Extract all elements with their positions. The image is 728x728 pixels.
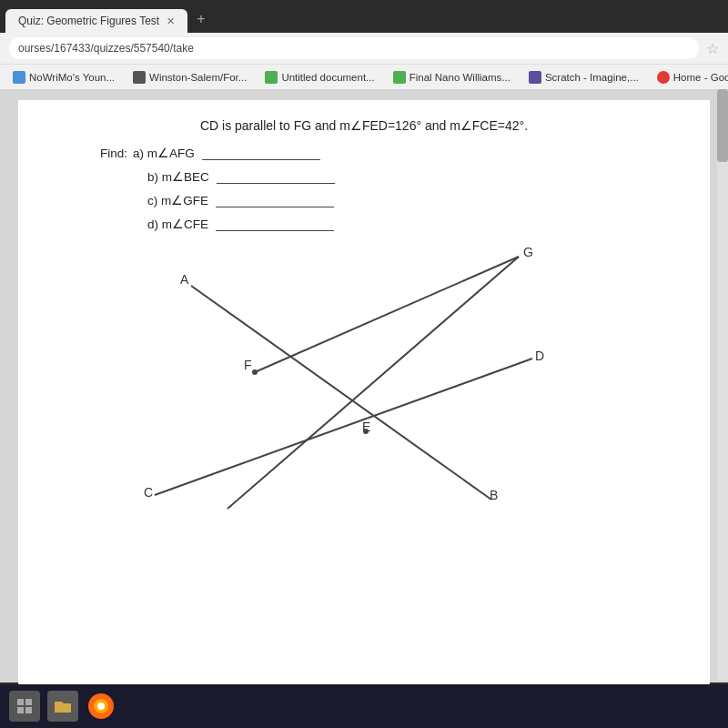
bookmark-scratch[interactable]: Scratch - Imagine,...: [521, 69, 646, 86]
scrollbar[interactable]: [717, 89, 728, 681]
label-C: C: [144, 485, 153, 500]
label-F: F: [244, 358, 252, 372]
answer-line-a: [202, 146, 320, 160]
answer-line-d: [216, 217, 334, 231]
answer-line-c: [216, 193, 334, 207]
bookmark-icon-home: [657, 71, 670, 84]
svg-line-0: [191, 286, 491, 500]
tab-bar: Quiz: Geometric Figures Test ✕ +: [0, 0, 728, 33]
svg-rect-7: [25, 707, 32, 713]
bookmark-icon-final: [393, 71, 406, 84]
part-a-label: a) m∠AFG: [133, 146, 195, 160]
problem-description: CD is parallel to FG and m∠FED=126° and …: [46, 118, 682, 133]
address-bar: ourses/167433/quizzes/557540/take ☆: [0, 33, 728, 64]
part-c-label: c) m∠GFE: [147, 193, 208, 207]
page-content: CD is parallel to FG and m∠FED=126° and …: [18, 100, 710, 692]
url-text: ourses/167433/quizzes/557540/take: [18, 42, 194, 55]
bookmark-label-scratch: Scratch - Imagine,...: [545, 72, 639, 83]
bookmark-home[interactable]: Home - Google Pla...: [650, 69, 728, 86]
taskbar-firefox-icon[interactable]: [86, 691, 116, 722]
answer-line-b: [217, 169, 335, 184]
find-row-c: c) m∠GFE: [100, 193, 682, 207]
svg-point-10: [97, 703, 105, 710]
point-E: [363, 429, 369, 434]
svg-line-1: [155, 359, 532, 495]
label-G: G: [523, 245, 533, 259]
diagram-container: G A D F E C B: [46, 240, 682, 531]
bookmark-label-winston: Winston-Salem/For...: [149, 72, 247, 83]
bookmark-icon-nowrimo: [13, 71, 25, 84]
bookmark-icon-untitled: [265, 71, 278, 84]
tab-title: Quiz: Geometric Figures Test: [18, 15, 159, 27]
svg-rect-6: [17, 707, 24, 713]
tab-close-button[interactable]: ✕: [167, 15, 175, 27]
bookmark-label-home: Home - Google Pla...: [673, 72, 728, 83]
new-tab-button[interactable]: +: [187, 5, 214, 33]
label-A: A: [180, 272, 189, 287]
find-section: Find: a) m∠AFG b) m∠BEC c) m∠GFE d) m∠CF…: [100, 146, 682, 231]
svg-rect-5: [25, 699, 32, 705]
bookmark-icon-winston: [133, 71, 146, 84]
find-row-a: Find: a) m∠AFG: [100, 146, 682, 160]
svg-rect-4: [17, 699, 24, 705]
bookmark-star-icon[interactable]: ☆: [706, 40, 719, 57]
scrollbar-thumb[interactable]: [717, 89, 728, 162]
svg-line-2: [255, 257, 519, 372]
bookmark-label-final: Final Nano Williams...: [410, 72, 511, 83]
bookmark-label-nowrimo: NoWriMo's Youn...: [29, 72, 115, 83]
geometry-diagram: G A D F E C B: [46, 240, 682, 531]
bookmark-final[interactable]: Final Nano Williams...: [386, 69, 518, 86]
taskbar-icon-1[interactable]: [9, 691, 40, 722]
find-row-b: b) m∠BEC: [100, 169, 682, 184]
taskbar: [0, 684, 728, 728]
bookmarks-bar: NoWriMo's Youn... Winston-Salem/For... U…: [0, 64, 728, 89]
browser-chrome: Quiz: Geometric Figures Test ✕ + ourses/…: [0, 0, 728, 89]
active-tab[interactable]: Quiz: Geometric Figures Test ✕: [5, 9, 187, 33]
svg-line-3: [228, 257, 519, 509]
part-b-label: b) m∠BEC: [147, 169, 209, 184]
find-main-label: Find:: [100, 147, 127, 160]
page-wrapper: CD is parallel to FG and m∠FED=126° and …: [0, 89, 728, 682]
bookmark-nowrimo[interactable]: NoWriMo's Youn...: [5, 69, 122, 86]
taskbar-folder-icon[interactable]: [47, 691, 78, 722]
bookmark-label-untitled: Untitled document...: [281, 72, 374, 83]
bookmark-untitled[interactable]: Untitled document...: [258, 69, 381, 86]
url-field[interactable]: ourses/167433/quizzes/557540/take: [9, 37, 699, 59]
label-B: B: [490, 488, 498, 502]
bookmark-icon-scratch: [529, 71, 541, 84]
bookmark-winston[interactable]: Winston-Salem/For...: [126, 69, 254, 86]
label-D: D: [535, 349, 544, 363]
point-F: [252, 369, 258, 375]
part-d-label: d) m∠CFE: [147, 217, 208, 231]
find-row-d: d) m∠CFE: [100, 217, 682, 231]
